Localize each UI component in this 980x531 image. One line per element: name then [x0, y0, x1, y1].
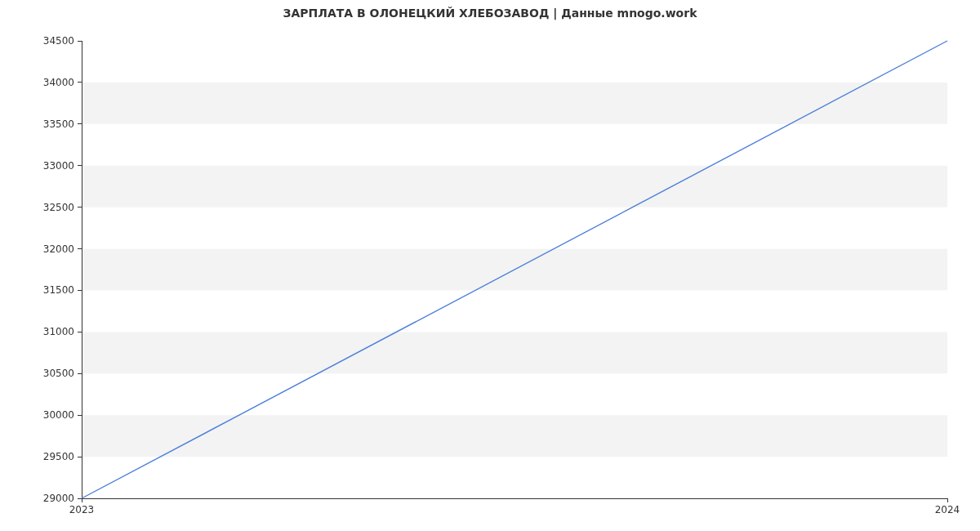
- y-tick-label: 30000: [43, 409, 74, 421]
- y-tick-label: 32500: [43, 202, 74, 213]
- chart-plot: 2900029500300003050031000315003200032500…: [0, 0, 980, 531]
- y-tick-label: 32000: [43, 243, 74, 255]
- y-tick-label: 33500: [43, 118, 74, 130]
- y-tick-label: 33000: [43, 160, 74, 172]
- grid-band: [82, 166, 947, 207]
- y-tick-label: 29000: [43, 493, 74, 504]
- y-tick-label: 31000: [43, 326, 74, 337]
- x-tick-label: 2023: [69, 504, 95, 515]
- grid-band: [82, 415, 947, 457]
- y-tick-label: 34000: [43, 77, 74, 88]
- grid-band: [82, 332, 947, 373]
- chart-container: ЗАРПЛАТА В ОЛОНЕЦКИЙ ХЛЕБОЗАВОД | Данные…: [0, 0, 980, 531]
- y-tick-label: 29500: [43, 451, 74, 462]
- y-tick-label: 34500: [43, 35, 74, 47]
- x-tick-label: 2024: [935, 504, 960, 515]
- y-tick-label: 30500: [43, 368, 74, 379]
- grid-band: [82, 83, 947, 124]
- y-tick-label: 31500: [43, 284, 74, 296]
